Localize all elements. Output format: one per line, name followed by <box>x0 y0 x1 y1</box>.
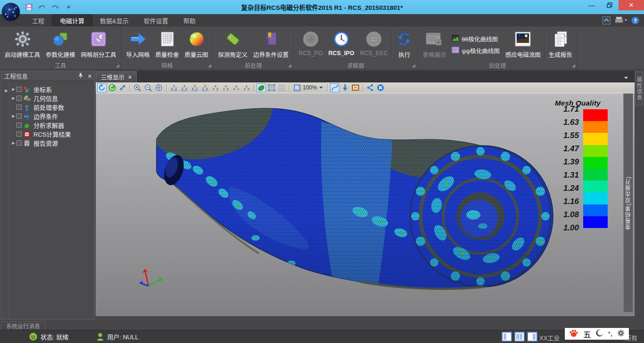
layout-left-panel-icon[interactable] <box>502 332 512 342</box>
tree-item-preprocess-params[interactable]: T 前处理参数 <box>1 103 94 112</box>
orbit-view-button[interactable] <box>107 83 117 92</box>
view-axis-button-3[interactable]: yx z <box>190 83 199 92</box>
launch-modeling-tool-button[interactable]: 启动建模工具 <box>2 28 43 61</box>
solver-rcs-ipo-button[interactable]: RCS_IPO <box>326 28 357 61</box>
parameter-t-icon: T <box>24 104 32 111</box>
view-axis-button-8[interactable]: yz x <box>242 83 251 92</box>
ime-wubi-mode[interactable]: 五 <box>583 328 591 340</box>
pan-view-button[interactable] <box>118 83 127 92</box>
quality-cloud-button[interactable]: 质量云图 <box>182 28 211 61</box>
mesh-partition-tool-button[interactable]: 网格剖分工具 <box>78 28 119 61</box>
redo-icon[interactable] <box>51 3 59 11</box>
panel-close-icon[interactable]: × <box>88 73 91 80</box>
tab-help[interactable]: 帮助 <box>176 14 203 26</box>
restore-button[interactable] <box>601 0 619 10</box>
3d-viewport[interactable]: Mesh Quality 1.711.63 1.551.47 1.391.31 … <box>96 93 635 316</box>
save-icon[interactable] <box>25 3 33 11</box>
tree-checkbox[interactable] <box>17 87 22 92</box>
3d-model-canvas[interactable] <box>96 93 635 316</box>
view-axis-button-4[interactable]: yz x <box>200 83 210 92</box>
pin-icon[interactable] <box>78 73 83 80</box>
qat-more-icon[interactable] <box>64 3 73 11</box>
export-image-button[interactable] <box>351 83 360 92</box>
induction-current-map-button[interactable]: 感应电磁流图 <box>503 28 544 61</box>
undo-icon[interactable] <box>38 3 46 11</box>
dialog-launcher-icon[interactable] <box>116 64 119 67</box>
tab-3d-display[interactable]: 三维显示 × <box>96 71 137 82</box>
tree-checkbox[interactable] <box>17 140 22 146</box>
view-axis-button-1[interactable]: yx z <box>169 83 179 92</box>
tab-em-compute[interactable]: 电磁计算 <box>52 14 92 26</box>
tab-settings[interactable]: 软件设置 <box>136 14 176 26</box>
tree-item-geometry-info[interactable]: ▶ 几何信息 <box>1 94 94 103</box>
view-results-collapsed-tab[interactable]: 查看结果(双击展开) <box>623 93 633 312</box>
theta-polarization-curve-button[interactable]: θθ极化曲线图 <box>452 34 499 43</box>
wireframe-view-button[interactable] <box>267 83 276 92</box>
import-mesh-button[interactable]: 导入网格 <box>124 28 153 61</box>
dialog-launcher-icon[interactable] <box>288 64 291 67</box>
view-axis-button-2[interactable]: yz x <box>180 83 189 92</box>
ime-gear-icon[interactable] <box>617 329 625 339</box>
property-info-tab[interactable]: 属性信息 <box>635 72 643 106</box>
solver-rcs-eec-button[interactable]: RCS_EEC <box>357 28 390 61</box>
parametric-modeling-button[interactable]: 参数化建模 <box>43 28 78 61</box>
grid-view-button[interactable] <box>277 83 287 92</box>
tab-data-display[interactable]: 数据&显示 <box>92 14 136 26</box>
dialog-launcher-icon[interactable] <box>572 64 575 67</box>
app-logo[interactable] <box>2 3 20 21</box>
button-label: 参数化建模 <box>46 50 75 59</box>
dialog-launcher-icon[interactable] <box>208 64 211 67</box>
zoom-fit-button[interactable] <box>154 83 164 92</box>
quality-check-button[interactable]: 质量检查 <box>153 28 182 61</box>
expander-icon[interactable]: ▶ <box>10 141 17 145</box>
collapse-ribbon-icon[interactable] <box>603 16 611 24</box>
expander-icon[interactable]: ▶ <box>10 96 17 100</box>
tree-item-analysis-solver[interactable]: 分析求解器 <box>1 121 94 130</box>
psi-polarization-curve-button[interactable]: ψψ极化曲线图 <box>452 46 499 55</box>
tree-checkbox[interactable] <box>17 96 22 101</box>
tree-item-coordinate-system[interactable]: ▶ ▶ 坐标系 <box>1 85 94 94</box>
tab-project[interactable]: 工程 <box>25 14 52 26</box>
view-axis-button-5[interactable]: xz y <box>211 83 220 92</box>
tree-checkbox[interactable] <box>17 131 22 137</box>
dialog-launcher-icon[interactable] <box>412 64 415 67</box>
curve-tool-button[interactable] <box>330 83 339 92</box>
tab-list-dropdown-icon[interactable] <box>624 77 628 79</box>
close-button[interactable]: × <box>619 0 644 10</box>
generate-report-button[interactable]: 生成报告 <box>546 28 575 61</box>
download-view-button[interactable] <box>340 83 350 92</box>
expander-icon[interactable]: ▶ <box>10 87 17 91</box>
layout-right-panel-icon[interactable] <box>527 332 537 342</box>
view-axis-button-6[interactable]: xz y <box>221 83 231 92</box>
view-axis-button-7[interactable]: yx z <box>231 83 241 92</box>
zoom-in-button[interactable] <box>132 83 142 92</box>
print-tool-icon[interactable] <box>615 16 627 24</box>
ime-paw-icon[interactable] <box>569 329 578 339</box>
boundary-condition-button[interactable]: 边界条件设置 <box>250 28 291 61</box>
tab-close-icon[interactable]: × <box>128 74 132 81</box>
geometry-icon <box>24 95 32 102</box>
minimize-button[interactable]: — <box>583 0 601 10</box>
layout-split-panel-icon[interactable] <box>514 332 525 342</box>
help-icon[interactable]: ? <box>631 16 639 24</box>
table-display-button[interactable]: 表格展示 <box>420 28 449 61</box>
zoom-out-button[interactable] <box>143 83 153 92</box>
probe-angle-button[interactable]: 探测角定义 <box>215 28 251 61</box>
system-message-tab[interactable]: 系统运行消息 <box>1 321 45 330</box>
ime-moon-icon[interactable] <box>596 329 603 339</box>
tree-item-rcs-results[interactable]: RCS计算结果 <box>1 130 94 139</box>
cancel-circle-button[interactable] <box>376 83 385 92</box>
tree-checkbox[interactable] <box>17 122 22 128</box>
execute-button[interactable]: 执行 <box>393 28 415 61</box>
ime-punctuation-mode[interactable]: °, <box>608 330 612 337</box>
solver-rcs-po-button[interactable]: RCS_PO <box>296 28 325 61</box>
shaded-view-button[interactable] <box>256 83 266 92</box>
expander-icon[interactable]: ▶ <box>10 114 17 118</box>
tree-checkbox[interactable] <box>17 105 22 110</box>
tree-checkbox[interactable] <box>17 114 22 119</box>
rotate-view-button[interactable] <box>97 83 107 92</box>
share-nodes-button[interactable] <box>365 83 375 92</box>
tree-item-report-resources[interactable]: ▶ 报告资源 <box>1 139 94 147</box>
tree-item-boundary-conditions[interactable]: ▶ 边界条件 <box>1 112 94 121</box>
zoom-level-combo[interactable]: 100% <box>292 84 325 91</box>
